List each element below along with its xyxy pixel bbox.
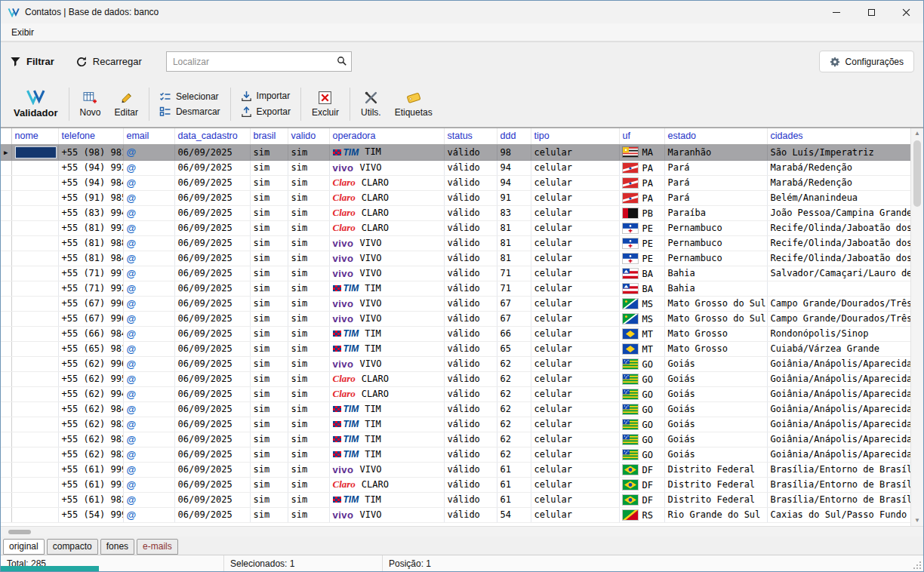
table-row[interactable]: +55 (71) 992@06/09/2025simsimTIMTIMválid…: [1, 281, 910, 296]
cell-telefone: +55 (94) 992: [58, 160, 123, 175]
minimize-button[interactable]: [819, 1, 854, 23]
tab-compacto[interactable]: compacto: [47, 539, 98, 555]
cell-tipo: celular: [531, 251, 619, 266]
cell-data-cadastro: 06/09/2025: [174, 492, 250, 507]
table-row[interactable]: +55 (71) 997@06/09/2025simsimvivoVIVOvál…: [1, 266, 910, 281]
column-header-email[interactable]: email: [123, 128, 174, 144]
table-row[interactable]: +55 (62) 982@06/09/2025simsimTIMTIMválid…: [1, 447, 910, 462]
cell-telefone: +55 (67) 996: [58, 296, 123, 311]
utils-button[interactable]: Utils.: [354, 89, 388, 119]
search-icon[interactable]: [337, 56, 347, 69]
table-row[interactable]: +55 (62) 995@06/09/2025simsimClaroCLAROv…: [1, 371, 910, 386]
column-header-tipo[interactable]: tipo: [531, 128, 619, 144]
table-row[interactable]: +55 (67) 996@06/09/2025simsimvivoVIVOvál…: [1, 311, 910, 326]
table-row[interactable]: +55 (66) 984@06/09/2025simsimTIMTIMválid…: [1, 326, 910, 341]
resize-grip[interactable]: [913, 561, 922, 570]
cell-nome: [11, 371, 58, 386]
import-export-group: Importar Exportar: [235, 91, 297, 118]
scroll-down-icon[interactable]: ▼: [911, 515, 923, 526]
cell-telefone: +55 (62) 984: [58, 401, 123, 417]
cell-tipo: celular: [531, 281, 619, 296]
scroll-up-icon[interactable]: ▲: [911, 128, 923, 139]
vertical-scrollbar[interactable]: ▲ ▼: [910, 128, 923, 526]
cell-email: @: [123, 492, 174, 507]
cell-valido: sim: [288, 462, 329, 477]
filter-icon: [10, 56, 21, 67]
email-at-icon: @: [127, 464, 137, 475]
select-group: Selecionar Desmarcar: [153, 91, 226, 117]
tab-e-mails[interactable]: e-mails: [137, 539, 178, 555]
column-header-telefone[interactable]: telefone: [58, 128, 123, 144]
settings-button[interactable]: Configurações: [819, 51, 914, 72]
close-button[interactable]: [889, 1, 923, 23]
vertical-scroll-thumb[interactable]: [913, 140, 921, 207]
cell-valido: sim: [288, 386, 329, 401]
cell-brasil: sim: [250, 386, 288, 401]
menu-exibir[interactable]: Exibir: [8, 26, 38, 39]
table-row[interactable]: +55 (91) 985@06/09/2025simsimClaroCLAROv…: [1, 190, 910, 205]
delete-button[interactable]: Excluir: [305, 89, 346, 119]
maximize-button[interactable]: [854, 1, 889, 23]
statusbar: Total: 285 Selecionados: 1 Posição: 1: [1, 555, 923, 571]
tim-checker-icon: [333, 346, 341, 352]
cell-data-cadastro: 06/09/2025: [174, 326, 250, 341]
table-row[interactable]: +55 (81) 988@06/09/2025simsimvivoVIVOvál…: [1, 235, 910, 251]
table-row[interactable]: +55 (83) 994@06/09/2025simsimClaroCLAROv…: [1, 205, 910, 220]
flag-go-icon: [623, 420, 638, 429]
cell-uf: GO: [619, 371, 664, 386]
new-button[interactable]: Novo: [73, 89, 108, 119]
search-input[interactable]: [166, 51, 352, 72]
column-header-estado[interactable]: estado: [664, 128, 767, 144]
table-row[interactable]: +55 (61) 999@06/09/2025simsimvivoVIVOvál…: [1, 462, 910, 477]
table-row[interactable]: +55 (62) 983@06/09/2025simsimTIMTIMválid…: [1, 417, 910, 432]
table-row[interactable]: +55 (81) 992@06/09/2025simsimClaroCLAROv…: [1, 220, 910, 235]
table-row[interactable]: +55 (94) 984@06/09/2025simsimClaroCLAROv…: [1, 175, 910, 190]
export-button[interactable]: Exportar: [241, 106, 291, 118]
cell-telefone: +55 (62) 983: [58, 417, 123, 432]
import-button[interactable]: Importar: [241, 91, 291, 102]
column-header-brasil[interactable]: brasil: [250, 128, 288, 144]
table-row[interactable]: +55 (54) 999@06/09/2025simsimvivoVIVOvál…: [1, 507, 910, 522]
row-selector-cell: [1, 281, 11, 296]
column-header-data_cadastro[interactable]: data_cadastro: [174, 128, 250, 144]
labels-button[interactable]: Etiquetas: [388, 89, 439, 119]
table-row[interactable]: +55 (62) 996@06/09/2025simsimvivoVIVOvál…: [1, 356, 910, 371]
column-header-ddd[interactable]: ddd: [497, 128, 531, 144]
table-row[interactable]: +55 (67) 996@06/09/2025simsimvivoVIVOvál…: [1, 296, 910, 311]
column-header-cidades[interactable]: cidades: [767, 128, 910, 144]
table-row[interactable]: +55 (81) 984@06/09/2025simsimvivoVIVOvál…: [1, 251, 910, 266]
deselect-button[interactable]: Desmarcar: [159, 106, 220, 117]
column-header-status[interactable]: status: [444, 128, 497, 144]
cell-ddd: 62: [497, 432, 531, 447]
column-header-uf[interactable]: uf: [619, 128, 664, 144]
column-header-operadora[interactable]: operadora: [329, 128, 444, 144]
cell-uf: GO: [619, 401, 664, 417]
cell-status: válido: [444, 462, 497, 477]
reload-button[interactable]: Recarregar: [75, 56, 142, 68]
column-header-valido[interactable]: valido: [288, 128, 329, 144]
cell-status: válido: [444, 175, 497, 190]
table-row[interactable]: +55 (61) 982@06/09/2025simsimTIMTIMválid…: [1, 492, 910, 507]
select-all-button[interactable]: Selecionar: [159, 91, 220, 102]
edit-button[interactable]: Editar: [108, 89, 145, 119]
cell-email: @: [123, 190, 174, 205]
tab-fones[interactable]: fones: [100, 539, 134, 555]
table-row[interactable]: +55 (62) 994@06/09/2025simsimClaroCLAROv…: [1, 386, 910, 401]
table-row[interactable]: +55 (62) 984@06/09/2025simsimTIMTIMválid…: [1, 401, 910, 417]
filter-button[interactable]: Filtrar: [10, 56, 54, 67]
tab-original[interactable]: original: [3, 539, 45, 555]
cell-estado: Bahia: [664, 281, 767, 296]
cell-status: válido: [444, 251, 497, 266]
focused-cell[interactable]: [15, 146, 57, 158]
table-row[interactable]: ▶+55 (98) 981@06/09/2025simsimTIMTIMváli…: [1, 144, 910, 160]
cell-email: @: [123, 251, 174, 266]
column-header-nome[interactable]: nome: [11, 128, 58, 144]
table-row[interactable]: +55 (65) 981@06/09/2025simsimTIMTIMválid…: [1, 341, 910, 356]
horizontal-scroll-thumb[interactable]: [8, 530, 31, 534]
horizontal-scrollbar[interactable]: [1, 526, 923, 537]
cell-valido: sim: [288, 220, 329, 235]
cell-uf: GO: [619, 356, 664, 371]
table-row[interactable]: +55 (61) 991@06/09/2025simsimClaroCLAROv…: [1, 477, 910, 492]
table-row[interactable]: +55 (62) 983@06/09/2025simsimTIMTIMválid…: [1, 432, 910, 447]
table-row[interactable]: +55 (94) 992@06/09/2025simsimvivoVIVOvál…: [1, 160, 910, 175]
